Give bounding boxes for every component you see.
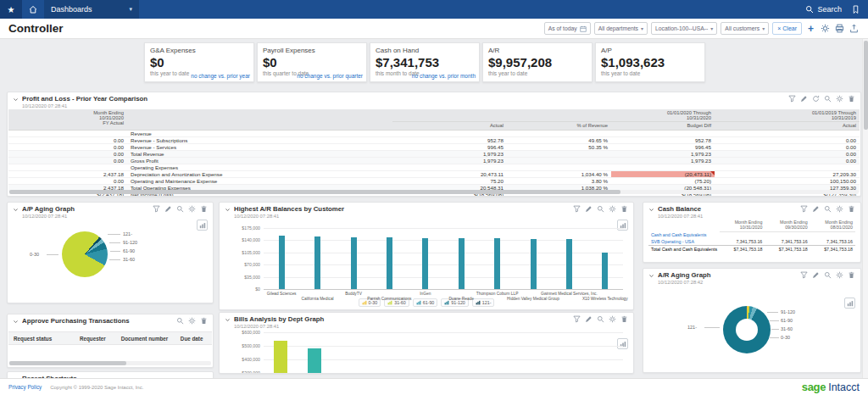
gear-icon[interactable] [188, 205, 196, 213]
collapse-chevron-icon[interactable] [13, 319, 19, 325]
pnl-account-link[interactable]: Revenue - Subscriptions [127, 136, 392, 143]
collapse-chevron-icon[interactable] [13, 207, 19, 213]
bar[interactable] [459, 238, 465, 289]
ap-aging-pie-chart[interactable] [62, 231, 108, 277]
pencil-icon[interactable] [585, 315, 593, 323]
print-icon[interactable] [834, 23, 845, 34]
pencil-icon[interactable] [812, 271, 820, 279]
pnl-pct-cell [507, 150, 611, 157]
gear-icon[interactable] [836, 205, 843, 213]
filter-icon[interactable] [153, 205, 160, 213]
scrollbar-thumb[interactable] [9, 361, 126, 365]
vertical-scrollbar[interactable] [862, 39, 868, 378]
collapse-chevron-icon[interactable] [648, 207, 654, 213]
ar-aging-donut-chart[interactable] [723, 306, 771, 353]
cash-value-cell: 7,341,753.16 [765, 238, 810, 246]
pnl-account-link[interactable]: Operating Expenses [127, 164, 392, 170]
location-select[interactable]: Location-100--USA--▾ [651, 22, 717, 35]
bar[interactable] [279, 236, 285, 289]
filter-icon[interactable] [788, 95, 796, 103]
as-of-date-input[interactable]: As of today [544, 22, 591, 35]
collapse-chevron-icon[interactable] [225, 207, 231, 213]
cash-table-el: Month Ending10/31/2020Month Ending09/30/… [648, 220, 855, 253]
pencil-icon[interactable] [812, 205, 820, 213]
kpi-card[interactable]: G&A Expenses$0this year to dateno change… [144, 42, 254, 82]
search-button[interactable]: Search [805, 5, 842, 14]
cash-account-link[interactable]: SVB Operating - USA [648, 238, 720, 246]
export-icon[interactable] [849, 23, 860, 34]
pnl-account-link[interactable]: Depreciation and Amortization Expense [127, 170, 392, 177]
trash-icon[interactable] [848, 95, 855, 103]
bar[interactable] [531, 239, 537, 289]
home-icon[interactable] [22, 0, 44, 19]
kpi-change-link[interactable]: no change vs. prior quarter [297, 73, 363, 79]
zoom-icon[interactable] [597, 315, 604, 323]
bookmark-icon[interactable] [852, 5, 860, 14]
kpi-change-link[interactable]: no change vs. prior year [191, 73, 250, 79]
chart-type-button[interactable] [617, 338, 628, 349]
refresh-icon[interactable] [812, 95, 820, 103]
favorites-star-icon[interactable]: ★ [0, 0, 22, 19]
kpi-card[interactable]: A/P$1,093,623this year to date [595, 42, 705, 82]
filter-icon[interactable] [573, 315, 581, 323]
trash-icon[interactable] [848, 205, 855, 213]
chart-type-button[interactable] [197, 220, 208, 231]
gear-icon[interactable] [609, 315, 616, 323]
kpi-card[interactable]: A/R$9,957,208this year to date [482, 42, 593, 82]
chevron-down-icon[interactable]: ▾ [129, 6, 132, 13]
bar[interactable] [351, 237, 357, 289]
kpi-change-link[interactable]: no change vs. prior month [412, 73, 476, 79]
scrollbar-thumb[interactable] [864, 41, 868, 130]
trash-icon[interactable] [620, 205, 628, 213]
filter-icon[interactable] [800, 205, 808, 213]
cash-account-link[interactable]: Cash and Cash Equivalents [648, 231, 720, 238]
pnl-account-link[interactable]: Operating and Maintenance Expense [127, 177, 392, 184]
gear-icon[interactable] [836, 95, 843, 103]
zoom-icon[interactable] [824, 205, 832, 213]
bar[interactable] [308, 348, 321, 374]
zoom-icon[interactable] [176, 205, 184, 213]
filter-icon[interactable] [800, 271, 808, 279]
bar[interactable] [274, 341, 287, 374]
add-component-button[interactable]: + [805, 23, 816, 34]
pnl-account-link[interactable]: Revenue [127, 130, 392, 136]
zoom-icon[interactable] [824, 271, 832, 279]
gear-icon[interactable] [836, 271, 843, 279]
horizontal-scrollbar[interactable] [9, 190, 859, 194]
bar[interactable] [387, 237, 392, 289]
gear-icon[interactable] [188, 317, 196, 325]
chart-type-button[interactable] [617, 220, 628, 231]
nav-item-dashboards[interactable]: Dashboards ▾ [44, 0, 139, 19]
filter-icon[interactable] [573, 205, 581, 213]
clear-filters-button[interactable]: ×Clear [772, 22, 802, 35]
gear-icon[interactable] [609, 205, 616, 213]
trash-icon[interactable] [200, 205, 208, 213]
pencil-icon[interactable] [800, 95, 808, 103]
trash-icon[interactable] [620, 315, 628, 323]
zoom-icon[interactable] [597, 205, 604, 213]
collapse-chevron-icon[interactable] [13, 97, 19, 103]
customers-select[interactable]: All customers▾ [721, 22, 769, 35]
chart-type-button[interactable] [844, 298, 855, 309]
horizontal-scrollbar[interactable] [9, 361, 211, 365]
settings-gear-icon[interactable] [820, 23, 831, 34]
trash-icon[interactable] [200, 317, 208, 325]
collapse-chevron-icon[interactable] [225, 317, 231, 323]
pnl-account-link[interactable]: Revenue - Services [127, 143, 392, 150]
trash-icon[interactable] [848, 271, 855, 279]
bar[interactable] [494, 238, 500, 289]
kpi-card[interactable]: Cash on Hand$7,341,753this month to date… [370, 42, 480, 82]
pencil-icon[interactable] [164, 205, 172, 213]
bar[interactable] [566, 239, 572, 289]
departments-select[interactable]: All departments▾ [594, 22, 648, 35]
collapse-chevron-icon[interactable] [648, 273, 654, 279]
kpi-card[interactable]: Payroll Expenses$0this quarter to dateno… [257, 42, 367, 82]
zoom-icon[interactable] [824, 95, 832, 103]
zoom-icon[interactable] [176, 317, 184, 325]
bar[interactable] [602, 253, 608, 289]
pencil-icon[interactable] [585, 205, 593, 213]
privacy-policy-link[interactable]: Privacy Policy [8, 384, 42, 390]
scrollbar-thumb[interactable] [9, 190, 620, 194]
bar[interactable] [314, 236, 320, 289]
bar[interactable] [422, 238, 428, 289]
